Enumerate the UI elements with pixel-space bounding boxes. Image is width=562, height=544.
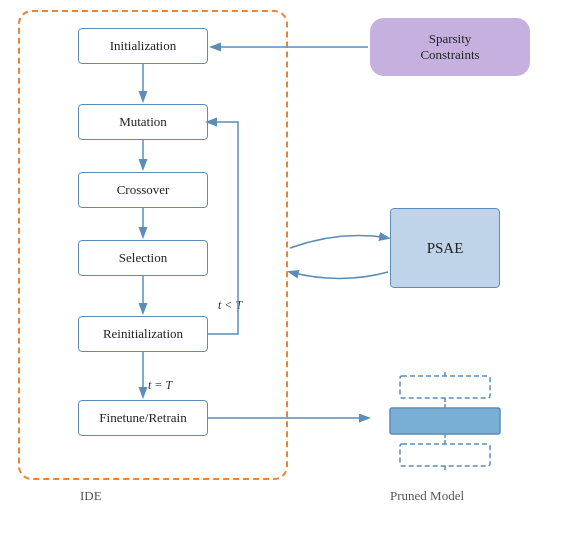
svg-rect-0 — [400, 376, 490, 398]
box-reinitialization: Reinitialization — [78, 316, 208, 352]
box-selection: Selection — [78, 240, 208, 276]
box-crossover: Crossover — [78, 172, 208, 208]
svg-rect-2 — [400, 444, 490, 466]
box-sparsity: Sparsity Constraints — [370, 18, 530, 76]
finetune-label: Finetune/Retrain — [99, 410, 186, 426]
reinitialization-label: Reinitialization — [103, 326, 183, 342]
crossover-label: Crossover — [117, 182, 170, 198]
ide-label: IDE — [80, 488, 102, 504]
box-mutation: Mutation — [78, 104, 208, 140]
selection-label: Selection — [119, 250, 167, 266]
pruned-label: Pruned Model — [390, 488, 464, 504]
pruned-model-diagram — [370, 372, 520, 472]
t-lt-T-label: t < T — [218, 298, 242, 313]
box-finetune: Finetune/Retrain — [78, 400, 208, 436]
box-initialization: Initialization — [78, 28, 208, 64]
mutation-label: Mutation — [119, 114, 167, 130]
initialization-label: Initialization — [110, 38, 176, 54]
sparsity-label: Sparsity Constraints — [420, 31, 479, 63]
psae-label: PSAE — [427, 240, 464, 257]
t-eq-T-label: t = T — [148, 378, 172, 393]
diagram-container: Initialization Mutation Crossover Select… — [0, 0, 562, 544]
svg-rect-1 — [390, 408, 500, 434]
box-psae: PSAE — [390, 208, 500, 288]
